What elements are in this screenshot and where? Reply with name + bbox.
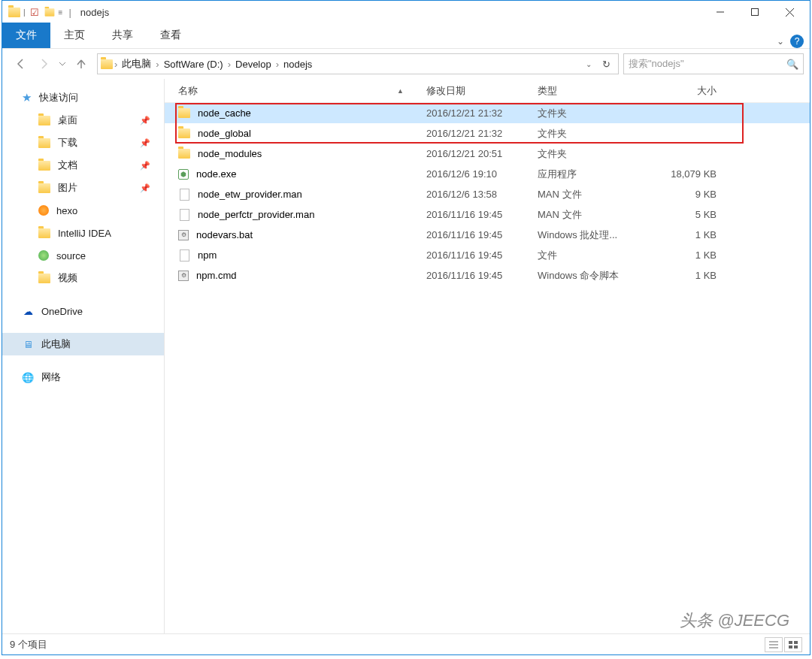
sidebar-item-label: 文档	[58, 159, 77, 172]
pin-icon: 📌	[140, 183, 150, 193]
folder-icon	[38, 227, 50, 239]
sidebar-item-视频[interactable]: 视频	[2, 267, 164, 289]
tab-view[interactable]: 查看	[147, 23, 195, 48]
sidebar-item-桌面[interactable]: 桌面📌	[2, 109, 164, 131]
crumb-drive[interactable]: SoftWare (D:)	[161, 59, 226, 70]
sidebar-item-label: 图片	[58, 181, 77, 195]
address-controls: ⌄ ↻	[581, 59, 615, 70]
chevron-right-icon[interactable]: ›	[274, 59, 280, 70]
minimize-button[interactable]	[703, 1, 738, 23]
quick-access-label: 快速访问	[39, 91, 78, 104]
cell-name: npm	[178, 249, 426, 261]
cell-date: 2016/12/21 20:51	[426, 148, 538, 159]
file-row[interactable]: node_global2016/12/21 21:32文件夹	[165, 123, 810, 144]
sidebar-this-pc[interactable]: 🖥 此电脑	[2, 333, 164, 355]
icons-view-button[interactable]	[784, 637, 802, 652]
file-row[interactable]: node_modules2016/12/21 20:51文件夹	[165, 144, 810, 164]
file-list-area: 名称 ▲ 修改日期 类型 大小 node_cache2016/12/21 21:…	[165, 79, 810, 633]
file-row[interactable]: node_perfctr_provider.man2016/11/16 19:4…	[165, 204, 810, 225]
network-label: 网络	[41, 370, 61, 384]
details-view-button[interactable]	[765, 637, 783, 652]
sidebar-item-source[interactable]: source	[2, 244, 164, 267]
close-button[interactable]	[772, 1, 807, 23]
cell-type: MAN 文件	[538, 208, 650, 222]
file-name: node.exe	[196, 168, 237, 180]
tab-share[interactable]: 共享	[98, 23, 147, 48]
crumb-pc[interactable]: 此电脑	[119, 57, 154, 71]
maximize-button[interactable]	[738, 1, 772, 23]
cell-type: 文件夹	[538, 107, 650, 120]
svg-rect-1	[752, 9, 759, 16]
recent-dropdown[interactable]	[58, 56, 67, 72]
back-button[interactable]	[13, 56, 29, 72]
file-name: npm.cmd	[196, 270, 236, 281]
cell-size: 1 KB	[650, 229, 726, 240]
file-icon	[178, 209, 190, 221]
search-input[interactable]: 搜索"nodejs" 🔍	[623, 53, 804, 74]
sidebar-network[interactable]: 🌐 网络	[2, 366, 164, 388]
sort-asc-icon: ▲	[397, 87, 404, 95]
file-rows: node_cache2016/12/21 21:32文件夹node_global…	[165, 103, 810, 286]
folder-icon	[38, 137, 50, 149]
folder-icon	[38, 114, 50, 126]
cell-type: Windows 批处理...	[538, 228, 650, 242]
address-history-icon[interactable]: ⌄	[581, 60, 596, 68]
cell-size: 1 KB	[650, 270, 726, 281]
folder-icon	[8, 6, 20, 18]
help-icon[interactable]: ?	[790, 35, 804, 48]
file-row[interactable]: node_cache2016/12/21 21:32文件夹	[165, 103, 810, 123]
sidebar-item-IntelliJ IDEA[interactable]: IntelliJ IDEA	[2, 222, 164, 244]
sidebar-item-label: hexo	[56, 205, 77, 216]
file-icon	[178, 249, 190, 261]
properties-icon[interactable]: ☑	[29, 6, 41, 18]
col-header-type[interactable]: 类型	[538, 84, 650, 98]
tab-file[interactable]: 文件	[2, 23, 50, 48]
nav-arrows	[8, 56, 94, 72]
sidebar-item-图片[interactable]: 图片📌	[2, 177, 164, 199]
tab-home[interactable]: 主页	[50, 23, 98, 48]
col-header-date[interactable]: 修改日期	[426, 84, 538, 98]
svg-rect-9	[789, 645, 792, 648]
ribbon-right: ⌄ ?	[777, 35, 810, 48]
file-row[interactable]: ⬢node.exe2016/12/6 19:10应用程序18,079 KB	[165, 164, 810, 184]
chevron-right-icon[interactable]: ›	[113, 59, 119, 70]
crumb-develop[interactable]: Develop	[232, 59, 274, 70]
network-icon: 🌐	[22, 371, 34, 383]
file-row[interactable]: node_etw_provider.man2016/12/6 13:58MAN …	[165, 184, 810, 204]
refresh-icon[interactable]: ↻	[598, 59, 615, 70]
sidebar-onedrive[interactable]: ☁ OneDrive	[2, 300, 164, 322]
bat-icon: ⚙	[178, 271, 189, 281]
sidebar-item-hexo[interactable]: hexo	[2, 199, 164, 222]
ribbon-expand-icon[interactable]: ⌄	[777, 36, 784, 47]
forward-button[interactable]	[35, 56, 52, 72]
sidebar-item-下载[interactable]: 下载📌	[2, 131, 164, 154]
search-icon[interactable]: 🔍	[786, 59, 798, 70]
folder-icon	[178, 107, 190, 119]
crumb-nodejs[interactable]: nodejs	[280, 59, 315, 70]
quick-access[interactable]: ★ 快速访问	[2, 86, 164, 109]
address-bar[interactable]: › 此电脑 › SoftWare (D:) › Develop › nodejs…	[97, 53, 619, 74]
cell-type: 文件夹	[538, 147, 650, 161]
cell-name: ⬢node.exe	[178, 168, 426, 180]
green-icon	[38, 250, 49, 261]
cell-size: 1 KB	[650, 249, 726, 261]
file-row[interactable]: ⚙npm.cmd2016/11/16 19:45Windows 命令脚本1 KB	[165, 265, 810, 286]
col-header-size[interactable]: 大小	[650, 84, 726, 98]
chevron-right-icon[interactable]: ›	[226, 59, 232, 70]
up-button[interactable]	[73, 56, 89, 72]
file-row[interactable]: npm2016/11/16 19:45文件1 KB	[165, 245, 810, 265]
col-header-name[interactable]: 名称 ▲	[178, 84, 426, 98]
cell-size: 9 KB	[650, 189, 726, 200]
sidebar-item-label: IntelliJ IDEA	[58, 228, 111, 239]
chevron-right-icon[interactable]: ›	[154, 59, 160, 70]
exe-icon: ⬢	[178, 169, 189, 180]
qat-more[interactable]: ≡	[59, 8, 63, 17]
sidebar-item-文档[interactable]: 文档📌	[2, 154, 164, 177]
file-row[interactable]: ⚙nodevars.bat2016/11/16 19:45Windows 批处理…	[165, 225, 810, 245]
folder-icon	[38, 182, 50, 194]
new-folder-icon[interactable]	[44, 6, 56, 18]
cell-name: node_perfctr_provider.man	[178, 209, 426, 221]
sidebar-item-label: 桌面	[58, 113, 77, 127]
titlebar: | ☑ ≡ | nodejs	[2, 1, 810, 23]
cell-date: 2016/11/16 19:45	[426, 249, 538, 261]
